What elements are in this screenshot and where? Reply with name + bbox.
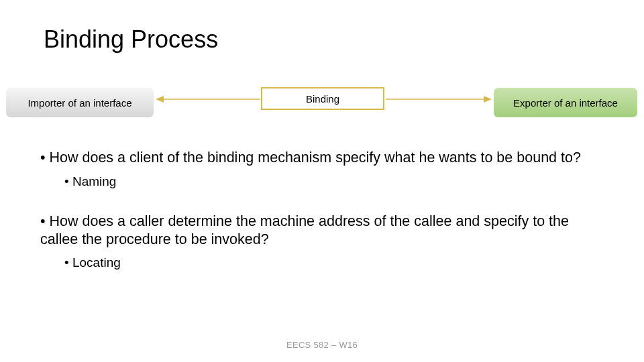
bullet-q2-sub: Locating — [64, 255, 604, 271]
bullet-q1-sub: Naming — [64, 174, 604, 190]
arrow-right-icon — [386, 95, 492, 103]
exporter-box: Exporter of an interface — [493, 87, 638, 118]
bullet-q1: How does a client of the binding mechani… — [40, 149, 604, 167]
bullet-list: How does a client of the binding mechani… — [40, 149, 604, 271]
arrow-left-icon — [156, 95, 260, 103]
footer-text: EECS 582 – W16 — [0, 340, 644, 350]
svg-marker-3 — [484, 96, 492, 103]
importer-box: Importer of an interface — [5, 87, 154, 118]
svg-marker-1 — [156, 96, 164, 103]
slide: Binding Process Importer of an interface… — [0, 0, 644, 362]
binding-diagram: Importer of an interface Binding Exporte… — [0, 87, 644, 127]
slide-title: Binding Process — [44, 25, 218, 54]
bullet-q2: How does a caller determine the machine … — [40, 213, 604, 249]
binding-box: Binding — [261, 87, 384, 110]
